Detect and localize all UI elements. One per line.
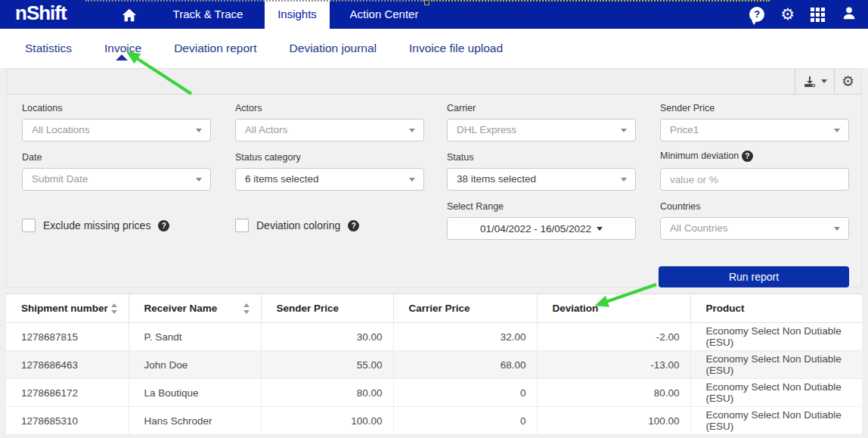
cell-carrier-price: 0 bbox=[393, 407, 537, 435]
table-header-row: Shipment number Receiver Name Sender Pri… bbox=[6, 294, 862, 323]
table-row: 1278686172 La Boutique 80.00 0 80.00 Eco… bbox=[6, 379, 862, 407]
exclude-missing-prices-label: Exclude missing prices bbox=[43, 219, 150, 231]
header-label: Product bbox=[706, 303, 745, 314]
screenshot-artifact-square bbox=[424, 0, 429, 5]
chevron-down-icon bbox=[196, 129, 202, 132]
cell-sender-price: 30.00 bbox=[261, 323, 393, 351]
status-category-dropdown[interactable]: 6 items selected bbox=[235, 168, 424, 191]
page: nShift Track & Trace Insights Action Cen… bbox=[0, 0, 868, 438]
countries-dropdown[interactable]: All Countries bbox=[660, 217, 849, 240]
cell-receiver-name: Hans Schroder bbox=[129, 407, 261, 435]
chevron-down-icon bbox=[409, 129, 415, 132]
tab-invoice[interactable]: Invoice bbox=[104, 42, 141, 55]
deviation-coloring-checkbox[interactable] bbox=[235, 219, 249, 232]
question-circle-icon[interactable]: ? bbox=[348, 220, 359, 231]
tab-invoice-file-upload[interactable]: Invoice file upload bbox=[409, 42, 503, 55]
insights-subnav: Statistics Invoice Deviation report Devi… bbox=[0, 29, 868, 68]
column-header-receiver-name[interactable]: Receiver Name bbox=[129, 294, 261, 323]
chevron-down-icon bbox=[834, 129, 840, 132]
cell-deviation: -2.00 bbox=[537, 323, 690, 351]
column-header-sender-price[interactable]: Sender Price bbox=[261, 294, 393, 323]
user-icon[interactable] bbox=[841, 5, 857, 24]
question-circle-icon[interactable]: ? bbox=[742, 151, 753, 162]
sender-price-value: Price1 bbox=[670, 124, 699, 135]
chevron-down-icon bbox=[621, 178, 627, 182]
minimum-deviation-label-text: Minimum deviation bbox=[660, 151, 739, 161]
sort-icon[interactable] bbox=[111, 303, 118, 314]
cell-shipment-number: 1278686463 bbox=[6, 351, 129, 379]
column-header-product[interactable]: Product bbox=[690, 294, 862, 323]
chevron-down-icon bbox=[597, 227, 603, 231]
header-label: Receiver Name bbox=[144, 303, 218, 314]
tab-deviation-journal[interactable]: Deviation journal bbox=[290, 42, 377, 55]
date-value: Submit Date bbox=[32, 173, 88, 185]
nshift-logo[interactable]: nShift bbox=[15, 2, 67, 25]
locations-label: Locations bbox=[22, 103, 63, 113]
chevron-down-icon bbox=[821, 79, 827, 83]
header-label: Deviation bbox=[553, 303, 599, 314]
panel-toolbar: ⚙ bbox=[7, 69, 861, 95]
cell-product: Economy Select Non Dutiable (ESU) bbox=[690, 323, 862, 351]
question-circle-icon[interactable]: ? bbox=[158, 220, 169, 231]
date-dropdown[interactable]: Submit Date bbox=[22, 168, 211, 191]
deviation-coloring-label: Deviation coloring bbox=[256, 219, 340, 231]
table-settings-button[interactable]: ⚙ bbox=[834, 69, 861, 94]
tab-statistics[interactable]: Statistics bbox=[25, 42, 72, 55]
nav-track-and-trace[interactable]: Track & Trace bbox=[151, 0, 265, 29]
nav-action-center[interactable]: Action Center bbox=[333, 0, 436, 29]
locations-dropdown[interactable]: All Locations bbox=[22, 119, 211, 141]
exclude-missing-prices-checkbox[interactable] bbox=[22, 219, 36, 232]
cell-deviation: -13.00 bbox=[537, 351, 690, 379]
help-icon[interactable]: ? bbox=[749, 7, 764, 22]
download-button[interactable] bbox=[795, 69, 834, 94]
screenshot-artifact-dotted-line bbox=[431, 0, 770, 2]
download-icon bbox=[803, 76, 817, 88]
actors-value: All Actors bbox=[245, 124, 287, 135]
actors-dropdown[interactable]: All Actors bbox=[235, 119, 424, 141]
column-header-deviation[interactable]: Deviation bbox=[537, 294, 690, 323]
date-label: Date bbox=[22, 152, 42, 163]
cell-deviation: 100.00 bbox=[537, 407, 690, 435]
cell-carrier-price: 32.00 bbox=[393, 323, 537, 351]
chevron-down-icon bbox=[621, 129, 627, 132]
table-row: 1278685310 Hans Schroder 100.00 0 100.00… bbox=[6, 407, 862, 435]
home-icon[interactable] bbox=[121, 7, 138, 23]
cell-carrier-price: 0 bbox=[393, 379, 537, 407]
actors-label: Actors bbox=[235, 103, 262, 113]
status-value: 38 items selected bbox=[457, 173, 536, 185]
cell-shipment-number: 1278686172 bbox=[6, 379, 129, 407]
sort-icon[interactable] bbox=[243, 303, 250, 314]
top-navbar: nShift Track & Trace Insights Action Cen… bbox=[0, 0, 868, 29]
chevron-down-icon bbox=[834, 227, 840, 231]
navbar-icon-group: ? ⚙ bbox=[749, 0, 857, 29]
table-row: 1278686463 John Doe 55.00 68.00 -13.00 E… bbox=[6, 351, 862, 379]
header-label: Sender Price bbox=[277, 303, 339, 314]
carrier-value: DHL Express bbox=[457, 124, 516, 135]
minimum-deviation-input[interactable] bbox=[660, 168, 849, 191]
cell-shipment-number: 1278687815 bbox=[6, 323, 129, 351]
header-label: Shipment number bbox=[21, 303, 108, 314]
column-header-shipment-number[interactable]: Shipment number bbox=[6, 294, 129, 323]
apps-grid-icon[interactable] bbox=[811, 8, 825, 22]
cell-sender-price: 100.00 bbox=[261, 407, 393, 435]
status-label: Status bbox=[447, 152, 473, 163]
cell-product: Economy Select Non Dutiable (ESU) bbox=[690, 351, 862, 379]
status-category-value: 6 items selected bbox=[245, 173, 319, 185]
settings-icon[interactable]: ⚙ bbox=[780, 7, 795, 22]
cell-sender-price: 80.00 bbox=[261, 379, 393, 407]
cell-product: Economy Select Non Dutiable (ESU) bbox=[690, 407, 862, 435]
active-tab-indicator bbox=[116, 54, 128, 61]
cell-receiver-name: P. Sandt bbox=[129, 323, 261, 351]
sender-price-dropdown[interactable]: Price1 bbox=[660, 119, 849, 141]
date-range-picker[interactable]: 01/04/2022 - 16/05/2022 bbox=[447, 217, 636, 240]
nav-insights[interactable]: Insights bbox=[265, 0, 330, 29]
tab-deviation-report[interactable]: Deviation report bbox=[174, 42, 256, 55]
cell-receiver-name: La Boutique bbox=[129, 379, 261, 407]
carrier-label: Carrier bbox=[447, 103, 476, 113]
column-header-carrier-price[interactable]: Carrier Price bbox=[393, 294, 537, 323]
deviation-coloring-control: Deviation coloring ? bbox=[235, 219, 359, 232]
run-report-button[interactable]: Run report bbox=[659, 266, 849, 287]
carrier-dropdown[interactable]: DHL Express bbox=[447, 119, 636, 141]
locations-value: All Locations bbox=[32, 124, 90, 135]
status-dropdown[interactable]: 38 items selected bbox=[447, 168, 636, 191]
